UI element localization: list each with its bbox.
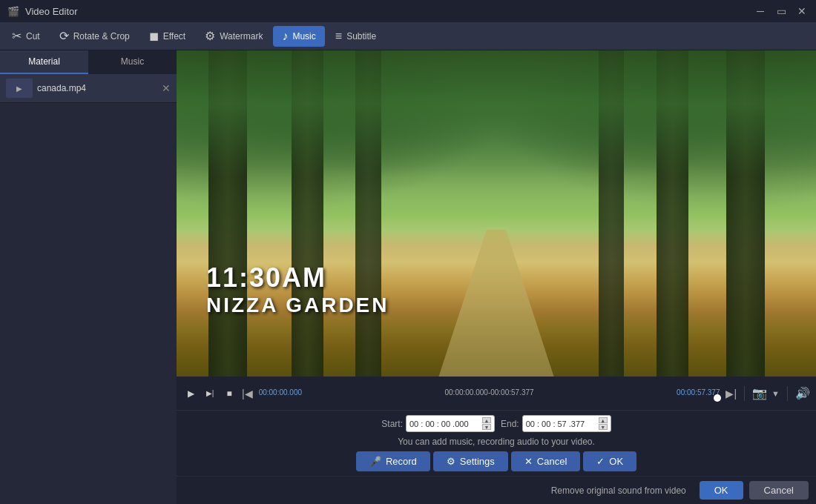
maximize-button[interactable]: ▭ xyxy=(774,4,788,18)
ts-left: 00:00:00.000 xyxy=(259,388,302,397)
rotate-label: Rotate & Crop xyxy=(73,31,130,42)
settings-label: Settings xyxy=(460,456,495,467)
title-bar: 🎬 Video Editor ─ ▭ ✕ xyxy=(0,0,816,22)
end-spin-up[interactable]: ▲ xyxy=(599,417,608,423)
title-bar-left: 🎬 Video Editor xyxy=(7,6,78,17)
ok-icon: ✓ xyxy=(596,456,605,467)
subtitle-label: Subtitle xyxy=(346,31,376,42)
sidebar-tab-music[interactable]: Music xyxy=(88,50,177,74)
settings-button[interactable]: ⚙ Settings xyxy=(433,451,508,471)
tool-music[interactable]: ♪ Music xyxy=(273,26,324,47)
main-area: Material Music ▶ canada.mp4 ✕ xyxy=(0,50,816,504)
start-spinners: ▲ ▼ xyxy=(482,417,491,430)
cancel-label: Cancel xyxy=(537,456,567,467)
video-area: 11:30AM NIZZA GARDEN ▶ ▶| ■ |◀ 00:00:00.… xyxy=(177,50,816,504)
start-time-input[interactable]: 00 : 00 : 00 .000 ▲ ▼ xyxy=(406,415,495,432)
tool-rotate-crop[interactable]: ⟳ Rotate & Crop xyxy=(50,25,139,47)
overlay-time: 11:30AM xyxy=(206,262,389,294)
sidebar-content xyxy=(0,103,177,504)
ts-middle: 00:00:00.000-00:00:57.377 xyxy=(445,388,534,397)
cut-label: Cut xyxy=(26,31,40,42)
end-spinners: ▲ ▼ xyxy=(599,417,608,430)
app-title: Video Editor xyxy=(25,6,78,17)
footer-row: Remove original sound from video OK Canc… xyxy=(177,476,816,504)
end-time-value: 00 : 00 : 57 .377 xyxy=(526,420,585,428)
watermark-label: Watermark xyxy=(220,31,263,42)
stop-button[interactable]: ■ xyxy=(221,385,237,402)
cut-icon: ✂ xyxy=(12,29,22,43)
ok-label: OK xyxy=(609,456,623,467)
tool-subtitle[interactable]: ≡ Subtitle xyxy=(326,26,385,47)
sidebar-tab-material[interactable]: Material xyxy=(0,50,88,74)
info-text: You can add music, recording audio to yo… xyxy=(182,437,810,447)
cancel-button[interactable]: ✕ Cancel xyxy=(511,451,580,471)
camera-button[interactable]: 📷 xyxy=(752,386,767,400)
action-buttons-row: 🎤 Record ⚙ Settings ✕ Cancel ✓ OK xyxy=(182,451,810,471)
tool-effect[interactable]: ◼ Effect xyxy=(140,25,194,47)
volume-button[interactable]: 🔊 xyxy=(795,386,810,400)
ok-button[interactable]: ✓ OK xyxy=(583,451,636,471)
effect-icon: ◼ xyxy=(149,29,159,43)
divider xyxy=(744,386,745,401)
sidebar-tabs: Material Music xyxy=(0,50,177,74)
time-range-row: Start: 00 : 00 : 00 .000 ▲ ▼ End: 00 : 0… xyxy=(182,415,810,432)
end-spin-down[interactable]: ▼ xyxy=(599,424,608,430)
end-time-group: End: 00 : 00 : 57 .377 ▲ ▼ xyxy=(501,415,611,432)
footer-ok-button[interactable]: OK xyxy=(700,481,743,500)
start-time-group: Start: 00 : 00 : 00 .000 ▲ ▼ xyxy=(381,415,495,432)
tree-scene xyxy=(177,50,816,377)
playback-controls: ▶ ▶| ■ xyxy=(182,385,237,402)
minimize-button[interactable]: ─ xyxy=(754,4,767,18)
timeline-timestamps: 00:00:00.000 00:00:00.000-00:00:57.377 0… xyxy=(257,388,722,397)
footer-text: Remove original sound from video xyxy=(184,485,686,496)
timeline-track: 00:00:00.000 00:00:00.000-00:00:57.377 0… xyxy=(257,388,722,398)
sidebar: Material Music ▶ canada.mp4 ✕ xyxy=(0,50,177,504)
timeline-left-bracket[interactable]: |◀ xyxy=(242,388,253,399)
watermark-icon: ⚙ xyxy=(205,29,215,43)
file-tab: ▶ canada.mp4 ✕ xyxy=(0,74,177,103)
file-thumbnail: ▶ xyxy=(6,79,33,98)
play-button[interactable]: ▶ xyxy=(182,385,199,402)
video-frame: 11:30AM NIZZA GARDEN xyxy=(177,50,816,377)
file-name: canada.mp4 xyxy=(37,83,86,93)
rotate-icon: ⟳ xyxy=(59,29,69,43)
footer-cancel-button[interactable]: Cancel xyxy=(749,481,809,500)
start-time-value: 00 : 00 : 00 .000 xyxy=(409,420,469,428)
cancel-icon: ✕ xyxy=(524,456,533,467)
file-close-button[interactable]: ✕ xyxy=(162,82,171,94)
close-button[interactable]: ✕ xyxy=(795,4,809,18)
settings-icon: ⚙ xyxy=(447,456,455,467)
overlay-location: NIZZA GARDEN xyxy=(206,294,389,317)
camera-dropdown[interactable]: ▼ xyxy=(771,389,780,398)
start-label: Start: xyxy=(381,419,403,429)
music-label: Music xyxy=(292,31,315,42)
timeline-right-bracket[interactable]: ▶| xyxy=(725,388,737,399)
tool-watermark[interactable]: ⚙ Watermark xyxy=(196,25,272,47)
record-button[interactable]: 🎤 Record xyxy=(356,451,430,471)
music-icon: ♪ xyxy=(282,30,288,43)
play-alt-button[interactable]: ▶| xyxy=(202,385,218,402)
start-spin-up[interactable]: ▲ xyxy=(482,417,491,423)
timeline-bar: ▶ ▶| ■ |◀ 00:00:00.000 00:00:00.000-00:0… xyxy=(177,377,816,410)
record-label: Record xyxy=(386,456,417,467)
end-label: End: xyxy=(501,419,519,429)
end-time-input[interactable]: 00 : 00 : 57 .377 ▲ ▼ xyxy=(522,415,611,432)
effect-label: Effect xyxy=(163,31,185,42)
toolbar: ✂ Cut ⟳ Rotate & Crop ◼ Effect ⚙ Waterma… xyxy=(0,22,816,50)
bottom-controls: Start: 00 : 00 : 00 .000 ▲ ▼ End: 00 : 0… xyxy=(177,410,816,476)
subtitle-icon: ≡ xyxy=(335,30,342,43)
start-spin-down[interactable]: ▼ xyxy=(482,424,491,430)
microphone-icon: 🎤 xyxy=(369,456,381,467)
tool-cut[interactable]: ✂ Cut xyxy=(3,25,49,47)
video-overlay: 11:30AM NIZZA GARDEN xyxy=(206,262,389,317)
timeline-handle[interactable] xyxy=(714,394,721,402)
video-player: 11:30AM NIZZA GARDEN xyxy=(177,50,816,377)
divider2 xyxy=(787,386,788,401)
title-bar-controls: ─ ▭ ✕ xyxy=(754,4,809,18)
app-icon: 🎬 xyxy=(7,6,19,17)
ts-right: 00:00:57.377 xyxy=(677,388,720,397)
